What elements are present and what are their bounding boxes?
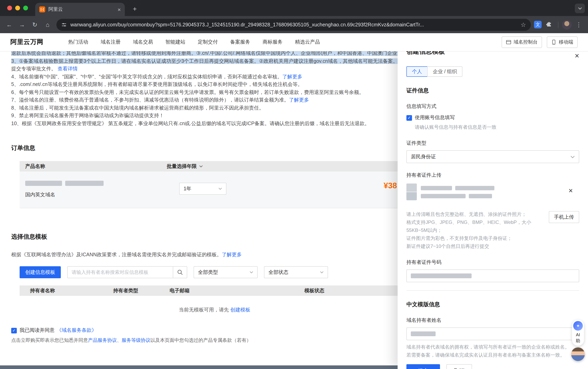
- tab-close-icon[interactable]: ×: [118, 7, 121, 12]
- col-product-name: 产品名称: [20, 163, 167, 170]
- profile-avatar[interactable]: [562, 20, 572, 29]
- nav-item-cloud-products[interactable]: 精选云产品: [295, 39, 320, 46]
- sla-link[interactable]: 服务等级协议: [122, 338, 150, 343]
- owner-name-label: 域名持有者姓名: [406, 317, 579, 324]
- mobile-upload-button[interactable]: 手机上传: [549, 211, 579, 223]
- notice-text-highlighted: 3、①备案域名核验数据上报需要3个以上工作日，请在域名实名认证成功至少3个工作日…: [11, 58, 412, 64]
- browser-menu-kebab-icon[interactable]: ⋮: [573, 19, 584, 30]
- notice-text: 8、域名注册后，可能发生无法备案或在中国大陆境内域名解析请求被运营商拦截的情形，…: [11, 105, 264, 111]
- year-select-value: 1年: [184, 185, 191, 192]
- upload-hint-3: 55KB~5M以内；: [406, 226, 579, 234]
- mobile-label: 移动端: [559, 39, 573, 46]
- bottom-bar-edge: [0, 365, 424, 369]
- year-select[interactable]: 1年: [179, 183, 226, 195]
- redacted-id-number: [411, 273, 472, 278]
- use-account-label: 使用账号信息填写: [415, 114, 455, 121]
- toolbar-divider: [558, 21, 558, 28]
- tab-organization[interactable]: 企业 / 组织: [427, 66, 462, 77]
- extensions-puzzle-icon[interactable]: [543, 19, 554, 30]
- cert-type-select[interactable]: 居民身份证: [406, 150, 579, 163]
- aliyun-favicon-icon: [-]: [39, 6, 45, 12]
- drawer-close-icon[interactable]: ×: [575, 52, 579, 60]
- col-batch-years[interactable]: 批量选择年限: [167, 163, 362, 170]
- filter-type-select[interactable]: 全部类型: [194, 266, 258, 278]
- ai-assistant-avatar[interactable]: [571, 348, 585, 361]
- create-template-button[interactable]: 创建信息模板: [20, 266, 61, 278]
- cn-template-section-title: 中文模版信息: [406, 301, 579, 308]
- create-template-link[interactable]: 创建模板: [230, 307, 250, 313]
- chevron-down-icon: [218, 187, 222, 190]
- submit-button[interactable]: 提交: [406, 364, 440, 369]
- domain-console-button[interactable]: 域名控制台: [502, 36, 542, 48]
- product-cell: 国内英文域名: [20, 180, 179, 198]
- uploaded-cert-row: ×: [406, 182, 579, 202]
- section-divider: [406, 290, 579, 291]
- learn-more-link[interactable]: 了解更多: [289, 97, 309, 103]
- agreement-note-text: 以及本页面中您勾选过的产品专属条款（若有）: [150, 338, 251, 343]
- owner-name-input[interactable]: [406, 328, 579, 340]
- product-agreement-link[interactable]: 产品服务协议: [88, 338, 117, 343]
- cert-type-value: 居民身份证: [411, 153, 436, 160]
- back-button[interactable]: ←: [4, 19, 15, 30]
- cancel-button[interactable]: 取消: [446, 364, 472, 369]
- minimize-window-button[interactable]: [15, 6, 20, 10]
- filter-status-select[interactable]: 全部状态: [264, 266, 328, 278]
- nav-item-register[interactable]: 域名注册: [101, 39, 121, 46]
- view-details-link[interactable]: 查看详情: [58, 66, 78, 72]
- ai-assistant-widget[interactable]: ✦ AI 助: [572, 320, 584, 361]
- browser-chrome: [-] 阿里云 × + ← → ↻ ⌂ wanwang.aliyu: [0, 0, 588, 33]
- notice-text: 10、根据《互联网政务应用安全管理规定》 第五条规定，事业单位网站只有.cn或.…: [11, 121, 370, 126]
- redacted-domain-name: [25, 181, 62, 186]
- account-hint: 请确认账号信息与持有者信息是否一致: [406, 123, 579, 131]
- screenshot-stage: [-] 阿里云 × + ← → ↻ ⌂ wanwang.aliyu: [0, 0, 588, 369]
- nav-item-hot[interactable]: 热门活动: [68, 39, 88, 46]
- id-number-label: 持有者证件号码: [406, 259, 579, 266]
- close-window-button[interactable]: [7, 6, 12, 10]
- home-button[interactable]: ⌂: [42, 19, 53, 30]
- agreement-checkbox[interactable]: ✓: [11, 328, 17, 333]
- notice-text: 9、禁止将阿里云域名服务用于网络诈骗活动或为诈骗活动提供支持！: [11, 113, 164, 118]
- puzzle-icon: [546, 21, 552, 28]
- id-number-input[interactable]: [406, 269, 579, 282]
- new-tab-button[interactable]: +: [130, 4, 140, 14]
- filter-type-value: 全部类型: [198, 269, 218, 276]
- agreement-note-text: 点击立即购买即表示您已知悉并同意: [11, 338, 88, 343]
- nav-item-icp[interactable]: 备案服务: [230, 39, 250, 46]
- url-bar[interactable]: wanwang.aliyun.com/buy/commonbuy?spm=517…: [56, 19, 531, 31]
- learn-more-link[interactable]: 了解更多: [282, 74, 302, 79]
- tab-title: 阿里云: [48, 6, 114, 13]
- main-nav: 热门活动 域名注册 域名交易 智能建站 定制交付 备案服务 商标服务 精选云产品: [68, 39, 320, 46]
- template-search-input[interactable]: [67, 266, 173, 278]
- template-description-text: 根据《互联网域名管理办法》及ICANN政策要求，注册域名需使用实名并完成邮箱验证…: [11, 252, 222, 257]
- site-settings-icon[interactable]: [61, 22, 67, 27]
- upload-hint-4: 证件图片需为彩色，不支持复印件及电子身份证；: [406, 234, 579, 242]
- tab-personal[interactable]: 个人: [406, 66, 428, 77]
- translate-extension-icon[interactable]: 文: [534, 21, 542, 28]
- col-holder-name: 持有者名称: [20, 287, 113, 294]
- reload-button[interactable]: ↻: [29, 19, 40, 30]
- header-actions: 域名控制台 移动端: [502, 36, 578, 48]
- nav-item-custom[interactable]: 定制交付: [198, 39, 218, 46]
- browser-toolbar: ← → ↻ ⌂ wanwang.aliyun.com/buy/commonbuy…: [0, 16, 588, 33]
- remove-upload-icon[interactable]: ×: [569, 187, 573, 194]
- nav-item-trademark[interactable]: 商标服务: [262, 39, 283, 46]
- mobile-button[interactable]: 移动端: [547, 36, 578, 48]
- chevron-down-icon: [199, 165, 203, 167]
- nav-item-site-builder[interactable]: 智能建站: [165, 39, 185, 46]
- tab-search-button[interactable]: [575, 4, 585, 13]
- url-text[interactable]: wanwang.aliyun.com/buy/commonbuy?spm=517…: [70, 22, 514, 27]
- col-email: 电子邮箱: [170, 287, 304, 294]
- browser-tab[interactable]: [-] 阿里云 ×: [35, 3, 125, 16]
- zoom-window-button[interactable]: [23, 6, 28, 10]
- learn-more-link[interactable]: 了解更多: [222, 252, 242, 257]
- ai-assistant-pill[interactable]: ✦ AI 助: [572, 320, 584, 346]
- search-button[interactable]: [173, 266, 187, 278]
- nav-item-trade[interactable]: 域名交易: [133, 39, 153, 46]
- use-account-checkbox[interactable]: ✓: [406, 115, 412, 121]
- bookmark-star-icon[interactable]: ☆: [518, 21, 528, 28]
- site-header: 阿里云万网 热门活动 域名注册 域名交易 智能建站 定制交付 备案服务 商标服务…: [0, 33, 588, 51]
- service-terms-link[interactable]: 《域名服务条款》: [57, 327, 97, 334]
- site-logo[interactable]: 阿里云万网: [10, 38, 43, 46]
- forward-button[interactable]: →: [16, 19, 28, 30]
- chevron-down-icon: [250, 271, 253, 273]
